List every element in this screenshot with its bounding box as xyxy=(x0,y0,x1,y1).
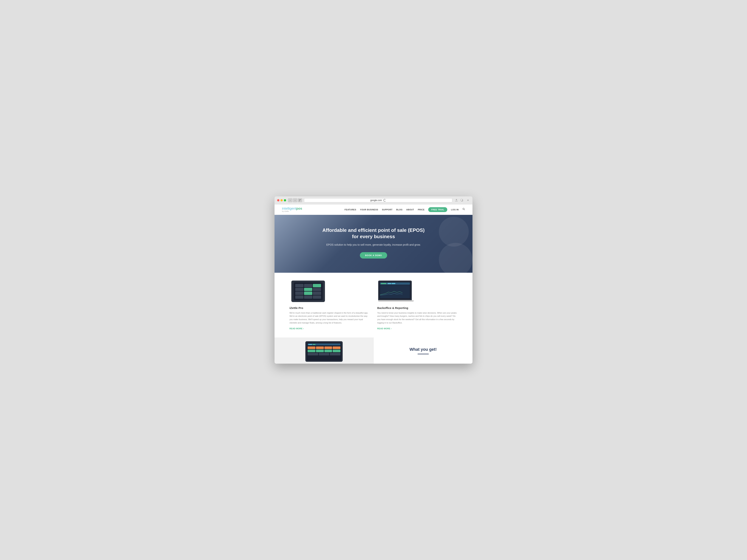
laptop-screen xyxy=(379,282,411,299)
nav-item-features[interactable]: FEATURES xyxy=(344,208,356,211)
nav-link-your-business[interactable]: YOUR BUSINESS xyxy=(360,209,378,211)
backoffice-image xyxy=(377,280,415,302)
feature-card-izettle-pro: iZettle Pro We're much more than a tradi… xyxy=(289,280,370,330)
tablet-key xyxy=(304,292,312,295)
hero-subtitle: EPOS solution to help you to sell more, … xyxy=(321,243,426,247)
laptop-chart-area xyxy=(380,285,410,298)
tablet-preview xyxy=(305,341,343,362)
bottom-left xyxy=(275,338,374,364)
website-content: intelligentpos by iZettle FEATURES YOUR … xyxy=(275,205,472,364)
nav-item-price[interactable]: PRICE xyxy=(418,208,424,211)
browser-nav-buttons: ‹ › xyxy=(288,198,302,202)
tablet-screen xyxy=(294,283,323,300)
tablet-key xyxy=(295,292,304,295)
tp-btn xyxy=(308,353,318,355)
feature-desc-izettle-pro: We're much more than a traditional cash … xyxy=(289,311,370,324)
nav-link-free-trial[interactable]: FREE TRIAL xyxy=(428,207,447,212)
logo-pos: pos xyxy=(296,207,302,210)
tp-btn xyxy=(316,346,324,349)
tablet-key xyxy=(304,288,312,291)
tab-button[interactable] xyxy=(298,198,302,202)
features-section: iZettle Pro We're much more than a tradi… xyxy=(275,273,472,338)
bottom-right: What you get! xyxy=(374,338,472,364)
back-button[interactable]: ‹ xyxy=(288,198,292,202)
tablet-key xyxy=(313,288,321,291)
tablet-device xyxy=(291,281,325,302)
nav-link-blog[interactable]: BLOG xyxy=(396,209,403,211)
hero-circle-2 xyxy=(439,243,472,273)
nav-links: FEATURES YOUR BUSINESS SUPPORT BLOG ABOU… xyxy=(344,208,465,211)
browser-actions xyxy=(454,198,464,202)
tablet-key xyxy=(295,288,304,291)
tablet-key xyxy=(313,292,321,295)
traffic-light-red[interactable] xyxy=(277,199,279,202)
duplicate-button[interactable] xyxy=(460,198,464,202)
nav-link-login[interactable]: LOG IN xyxy=(451,209,459,211)
svg-rect-1 xyxy=(300,199,301,200)
tp-btn xyxy=(308,350,315,352)
tp-btn xyxy=(316,350,324,352)
nav-item-free-trial[interactable]: FREE TRIAL xyxy=(428,208,447,211)
nav-link-support[interactable]: SUPPORT xyxy=(382,209,392,211)
tp-btn xyxy=(319,353,329,355)
tablet-key xyxy=(295,284,304,287)
svg-rect-4 xyxy=(461,199,462,201)
laptop-header-bar xyxy=(380,283,410,285)
tablet-key xyxy=(313,284,321,287)
traffic-lights xyxy=(277,199,286,202)
svg-rect-2 xyxy=(299,201,300,201)
site-navigation: intelligentpos by iZettle FEATURES YOUR … xyxy=(275,205,472,215)
nav-item-support[interactable]: SUPPORT xyxy=(382,208,392,211)
izettle-pro-image xyxy=(289,280,327,302)
tablet-key xyxy=(313,295,321,299)
search-icon[interactable] xyxy=(462,208,465,211)
traffic-light-green[interactable] xyxy=(284,199,286,202)
nav-item-login[interactable]: LOG IN xyxy=(451,208,459,211)
browser-window: ‹ › google.com xyxy=(275,196,472,364)
tp-btn xyxy=(325,350,332,352)
logo-intelligent: intelligent xyxy=(282,207,296,210)
hero-section: Affordable and efficient point of sale (… xyxy=(275,215,472,273)
nav-item-your-business[interactable]: YOUR BUSINESS xyxy=(360,208,378,211)
nav-item-blog[interactable]: BLOG xyxy=(396,208,403,211)
tp-btn xyxy=(308,346,315,349)
svg-rect-0 xyxy=(299,199,300,200)
feature-card-backoffice: Backoffice & Reporting You need to know … xyxy=(377,280,458,330)
new-tab-button[interactable]: + xyxy=(466,198,470,202)
nav-item-about[interactable]: ABOUT xyxy=(406,208,414,211)
refresh-icon[interactable] xyxy=(383,199,386,202)
tablet-preview-screen xyxy=(306,342,341,361)
tp-btn xyxy=(325,346,332,349)
feature-title-izettle-pro: iZettle Pro xyxy=(289,306,370,310)
logo-by: by iZettle xyxy=(282,211,302,212)
nav-link-about[interactable]: ABOUT xyxy=(406,209,414,211)
forward-button[interactable]: › xyxy=(293,198,297,202)
bottom-section: What you get! xyxy=(275,338,472,364)
laptop-base xyxy=(378,300,414,302)
svg-point-5 xyxy=(463,208,464,210)
address-bar[interactable]: google.com xyxy=(304,198,452,202)
tablet-key xyxy=(304,284,312,287)
nav-link-features[interactable]: FEATURES xyxy=(344,209,356,211)
tp-btn xyxy=(333,346,340,349)
share-button[interactable] xyxy=(454,198,459,202)
tp-btn xyxy=(330,353,340,355)
read-more-backoffice[interactable]: READ MORE xyxy=(377,327,392,330)
traffic-light-yellow[interactable] xyxy=(281,199,283,202)
logo[interactable]: intelligentpos by iZettle xyxy=(282,207,302,212)
tp-btn xyxy=(333,350,340,352)
hero-content: Affordable and efficient point of sale (… xyxy=(321,227,426,259)
laptop-screen-wrap xyxy=(378,281,412,300)
hero-title: Affordable and efficient point of sale (… xyxy=(321,227,426,240)
laptop-device xyxy=(378,281,414,302)
feature-title-backoffice: Backoffice & Reporting xyxy=(377,306,458,310)
book-demo-button[interactable]: BOOK A DEMO xyxy=(360,252,387,259)
read-more-izettle-pro[interactable]: READ MORE xyxy=(289,327,304,330)
hero-circle-1 xyxy=(439,217,469,247)
url-text: google.com xyxy=(370,199,382,202)
nav-item-search[interactable] xyxy=(462,208,465,211)
what-you-get-title: What you get! xyxy=(410,347,437,352)
tablet-key xyxy=(304,295,312,299)
browser-titlebar: ‹ › google.com xyxy=(275,196,472,205)
nav-link-price[interactable]: PRICE xyxy=(418,209,424,211)
